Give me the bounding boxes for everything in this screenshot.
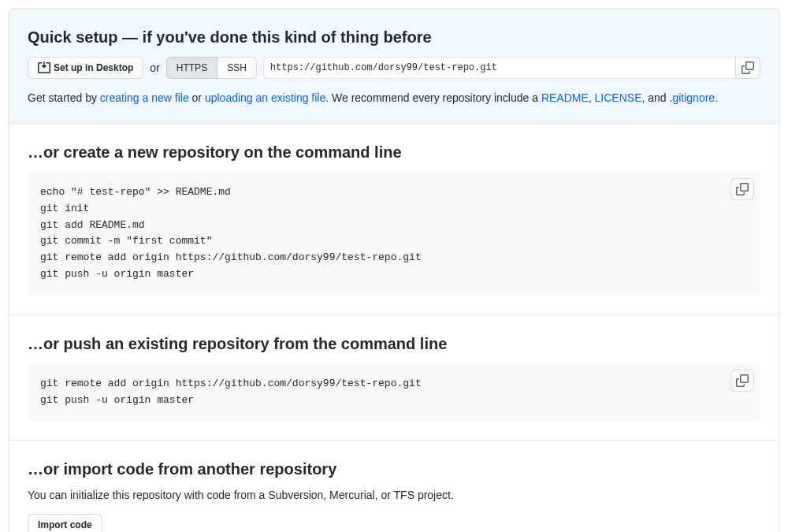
create-new-repo-section: …or create a new repository on the comma… <box>9 124 779 315</box>
desktop-download-icon <box>38 61 50 74</box>
quick-setup-title: Quick setup — if you've done this kind o… <box>28 28 760 47</box>
https-toggle[interactable]: HTTPS <box>166 57 217 79</box>
import-code-description: You can initialize this repository with … <box>28 489 760 501</box>
create-new-repo-code-block: echo "# test-repo" >> README.md git init… <box>28 172 760 296</box>
protocol-toggle: HTTPS SSH <box>166 57 257 79</box>
repo-setup-container: Quick setup — if you've done this kind o… <box>8 8 780 532</box>
readme-link[interactable]: README <box>541 91 589 104</box>
clone-url-input[interactable] <box>263 57 735 79</box>
import-code-button[interactable]: Import code <box>28 514 102 532</box>
push-existing-commands[interactable]: git remote add origin https://github.com… <box>40 376 748 409</box>
or-text: or <box>150 61 159 74</box>
create-new-repo-commands[interactable]: echo "# test-repo" >> README.md git init… <box>40 184 748 283</box>
upload-file-link[interactable]: uploading an existing file <box>205 91 325 104</box>
copy-new-repo-commands-button[interactable] <box>730 178 754 200</box>
copy-url-button[interactable] <box>735 57 760 79</box>
quick-setup-help: Get started by creating a new file or up… <box>28 91 760 104</box>
license-link[interactable]: LICENSE <box>595 91 642 104</box>
clone-url-group <box>263 57 760 79</box>
setup-row: Set up in Desktop or HTTPS SSH <box>28 57 760 79</box>
import-code-title: …or import code from another repository <box>28 459 760 479</box>
create-file-link[interactable]: creating a new file <box>100 91 189 104</box>
gitignore-link[interactable]: gitignore <box>672 91 715 104</box>
setup-in-desktop-label: Set up in Desktop <box>54 60 133 76</box>
copy-push-existing-commands-button[interactable] <box>730 370 754 392</box>
create-new-repo-title: …or create a new repository on the comma… <box>28 143 760 162</box>
quick-setup-section: Quick setup — if you've done this kind o… <box>9 9 779 124</box>
push-existing-section: …or push an existing repository from the… <box>9 315 779 441</box>
push-existing-title: …or push an existing repository from the… <box>28 334 760 354</box>
ssh-toggle[interactable]: SSH <box>217 57 257 79</box>
setup-in-desktop-button[interactable]: Set up in Desktop <box>28 57 143 79</box>
clipboard-icon <box>736 183 749 195</box>
clipboard-icon <box>736 374 749 387</box>
import-code-section: …or import code from another repository … <box>9 441 779 532</box>
push-existing-code-block: git remote add origin https://github.com… <box>28 363 760 422</box>
clipboard-icon <box>742 61 754 74</box>
